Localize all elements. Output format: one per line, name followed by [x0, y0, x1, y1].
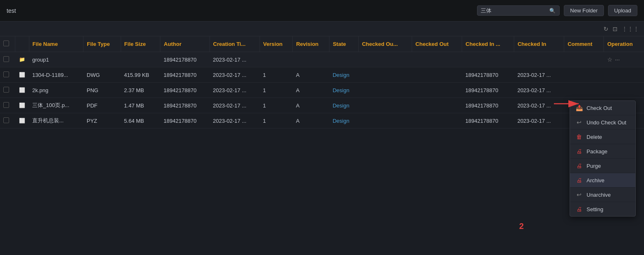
file-name-cell: 三体_100页.p...: [29, 98, 83, 113]
file-size-cell: 415.99 KB: [121, 67, 160, 83]
author-cell: 18942178870: [160, 113, 210, 129]
menu-label-purge: Purge: [587, 163, 601, 169]
creation-time-cell: 2023-02-17 ...: [210, 98, 260, 113]
menu-item-package[interactable]: 🖨 Package: [570, 144, 635, 159]
menu-label-archive: Archive: [587, 177, 604, 184]
star-icon[interactable]: ☆: [607, 56, 613, 63]
group-checked-in-by: [462, 52, 514, 67]
expand-icon[interactable]: ⊡: [613, 26, 618, 32]
checked-in-cell: 2023-02-17 ...: [514, 83, 564, 98]
header-version[interactable]: Version: [260, 36, 293, 52]
group-revision: [293, 52, 329, 67]
header-file-size[interactable]: File Size: [121, 36, 160, 52]
author-cell: 18942178870: [160, 83, 210, 98]
header-checkbox-col[interactable]: [0, 36, 15, 52]
version-cell: 1: [260, 67, 293, 83]
row-type-icon: 📁: [15, 52, 29, 67]
menu-label-undo-check-out: Undo Check Out: [587, 119, 626, 126]
checked-in-cell: 2023-02-17 ...: [514, 67, 564, 83]
header-checked-in[interactable]: Checked In: [514, 36, 564, 52]
operation-cell[interactable]: [604, 67, 644, 83]
setting-icon: 🖨: [576, 206, 582, 212]
header-author[interactable]: Author: [160, 36, 210, 52]
png-icon: ⬜: [18, 86, 26, 94]
row-type-icon: ⬜: [15, 67, 29, 83]
header-checked-out-by[interactable]: Checked Ou...: [358, 36, 412, 52]
table-row: ⬜ 三体_100页.p... PDF 1.47 MB 18942178870 2…: [0, 98, 644, 113]
header-state[interactable]: State: [329, 36, 358, 52]
group-operation[interactable]: ☆ ···: [604, 52, 644, 67]
more-icon[interactable]: ···: [615, 56, 620, 63]
state-cell: Design: [329, 113, 358, 129]
grid-icon[interactable]: ⋮⋮⋮: [622, 26, 639, 32]
checked-out-by-cell: [358, 113, 412, 129]
version-cell: 1: [260, 83, 293, 98]
menu-item-undo-check-out[interactable]: ↩ Undo Check Out: [570, 115, 635, 130]
refresh-icon[interactable]: ↻: [603, 26, 608, 32]
file-name-cell: 直升机总装...: [29, 113, 83, 129]
menu-item-delete[interactable]: 🗑 Delete: [570, 130, 635, 144]
header-actions: 🔍 New Folder Upload: [477, 5, 637, 16]
purge-icon: 🖨: [576, 162, 582, 169]
search-icon: 🔍: [549, 8, 556, 14]
file-type-cell: PDF: [83, 98, 121, 113]
folder-icon: 📁: [18, 56, 26, 63]
annotation-number-2: 2: [519, 222, 524, 231]
comment-cell: [564, 67, 604, 83]
checked-in-cell: 2023-02-17 ...: [514, 113, 564, 129]
file-type-cell: PNG: [83, 83, 121, 98]
toolbar: ↻ ⊡ ⋮⋮⋮: [0, 21, 644, 36]
menu-item-purge[interactable]: 🖨 Purge: [570, 159, 635, 173]
header-creation-time[interactable]: Creation Ti...: [210, 36, 260, 52]
menu-label-setting: Setting: [587, 206, 603, 212]
state-cell: Design: [329, 67, 358, 83]
group-checked-in: [514, 52, 564, 67]
operation-cell[interactable]: [604, 83, 644, 98]
upload-button[interactable]: Upload: [608, 5, 637, 16]
author-cell: 18942178870: [160, 98, 210, 113]
header-revision[interactable]: Revision: [293, 36, 329, 52]
search-input[interactable]: [481, 7, 547, 14]
new-folder-button[interactable]: New Folder: [564, 5, 603, 16]
checked-out-by-cell: [358, 83, 412, 98]
row-checkbox[interactable]: [0, 98, 15, 113]
menu-item-setting[interactable]: 🖨 Setting: [570, 202, 635, 216]
row-checkbox[interactable]: [0, 113, 15, 129]
header-comment[interactable]: Comment: [564, 36, 604, 52]
undo-icon: ↩: [576, 119, 582, 126]
table-row: ⬜ 1304-D-1189... DWG 415.99 KB 189421788…: [0, 67, 644, 83]
menu-item-check-out[interactable]: 📤 Check Out: [570, 101, 635, 115]
search-box[interactable]: 🔍: [477, 5, 560, 16]
state-cell: Design: [329, 83, 358, 98]
table-header: File Name File Type File Size Author Cre…: [0, 36, 644, 52]
checked-out-by-cell: [358, 98, 412, 113]
table-row: ⬜ 2k.png PNG 2.37 MB 18942178870 2023-02…: [0, 83, 644, 98]
header-checked-out[interactable]: Checked Out: [412, 36, 462, 52]
header-checked-in-by[interactable]: Checked In ...: [462, 36, 514, 52]
revision-cell: A: [293, 67, 329, 83]
file-name-cell: 2k.png: [29, 83, 83, 98]
group-author: 18942178870: [160, 52, 210, 67]
menu-item-archive[interactable]: 🖨 Archive: [570, 173, 635, 188]
group-file-size: [121, 52, 160, 67]
state-cell: Design: [329, 98, 358, 113]
pdf-icon: ⬜: [18, 102, 26, 109]
row-checkbox[interactable]: [0, 67, 15, 83]
group-version: [260, 52, 293, 67]
file-size-cell: 5.64 MB: [121, 113, 160, 129]
header-file-name[interactable]: File Name: [29, 36, 83, 52]
row-checkbox[interactable]: [0, 83, 15, 98]
table-body: 📁 group1 18942178870 2023-02-17 ... ☆: [0, 52, 644, 129]
row-checkbox[interactable]: [0, 52, 15, 67]
table-row: 📁 group1 18942178870 2023-02-17 ... ☆: [0, 52, 644, 67]
header-file-type[interactable]: File Type: [83, 36, 121, 52]
file-table: File Name File Type File Size Author Cre…: [0, 36, 644, 129]
menu-item-unarchive[interactable]: ↩ Unarchive: [570, 188, 635, 202]
delete-icon: 🗑: [576, 133, 582, 140]
select-all-checkbox[interactable]: [3, 41, 9, 46]
creation-time-cell: 2023-02-17 ...: [210, 113, 260, 129]
creation-time-cell: 2023-02-17 ...: [210, 83, 260, 98]
archive-icon: 🖨: [576, 177, 582, 184]
file-type-cell: DWG: [83, 67, 121, 83]
header-operation[interactable]: Operation: [604, 36, 644, 52]
